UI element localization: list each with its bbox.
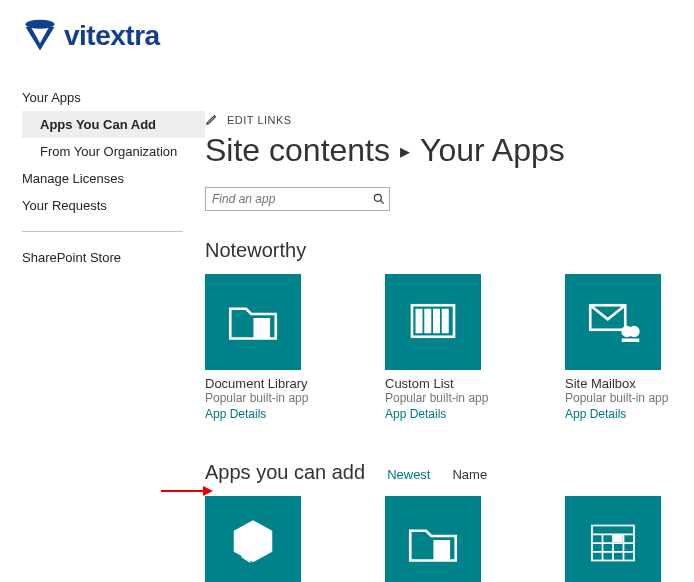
svg-rect-17 <box>615 536 622 541</box>
calendar-icon <box>585 515 641 574</box>
breadcrumb: Site contents ▸ Your Apps <box>205 132 694 169</box>
tile-title: Site Mailbox <box>565 376 685 391</box>
tile-calendar-launch[interactable] <box>565 496 661 582</box>
noteworthy-row: Document Library Popular built-in app Ap… <box>205 274 694 421</box>
sidebar-item-your-apps[interactable]: Your Apps <box>22 84 205 111</box>
edit-links-label: EDIT LINKS <box>227 114 292 126</box>
brand-mark-icon <box>22 18 58 54</box>
tile-vitextra-short-url-launch[interactable] <box>205 496 301 582</box>
tile-site-mailbox: Site Mailbox Popular built-in app App De… <box>565 274 685 421</box>
tile-subtitle: Popular built-in app <box>385 391 505 405</box>
tile-document-library-launch[interactable] <box>205 274 301 370</box>
can-add-row: Vitextra Short Url App Details Document … <box>205 496 694 582</box>
svg-rect-3 <box>416 308 423 333</box>
tile-custom-list-launch[interactable] <box>385 274 481 370</box>
columns-icon <box>405 293 461 352</box>
sidebar-nav: Your Apps Apps You Can Add From Your Org… <box>0 84 205 582</box>
svg-rect-5 <box>433 308 440 333</box>
search-input[interactable] <box>206 188 369 210</box>
sort-name-link[interactable]: Name <box>452 467 487 482</box>
section-noteworthy-title: Noteworthy <box>205 239 694 262</box>
tile-calendar: Calendar App Details <box>565 496 685 582</box>
section-can-add-title: Apps you can add <box>205 461 365 484</box>
tile-vitextra-short-url: Vitextra Short Url App Details <box>205 496 325 582</box>
tile-custom-list: Custom List Popular built-in app App Det… <box>385 274 505 421</box>
brand-logo: vitextra <box>0 0 694 84</box>
sidebar-item-your-requests[interactable]: Your Requests <box>22 192 205 219</box>
app-details-link[interactable]: App Details <box>385 407 505 421</box>
sidebar-item-from-your-org[interactable]: From Your Organization <box>22 138 205 165</box>
tile-document-library-2: Document Library App Details <box>385 496 505 582</box>
mailbox-icon <box>585 293 641 352</box>
section-can-add-header: Apps you can add Newest Name <box>205 461 694 484</box>
tile-subtitle: Popular built-in app <box>565 391 685 405</box>
breadcrumb-current: Your Apps <box>420 132 565 169</box>
brand-name: vitextra <box>64 20 160 52</box>
edit-links-button[interactable]: EDIT LINKS <box>205 112 694 128</box>
sidebar-item-apps-you-can-add[interactable]: Apps You Can Add <box>22 111 205 138</box>
app-details-link[interactable]: App Details <box>205 407 325 421</box>
search-box[interactable] <box>205 187 390 211</box>
sort-newest-link[interactable]: Newest <box>387 467 430 482</box>
sidebar-divider <box>22 231 183 232</box>
sidebar-item-manage-licenses[interactable]: Manage Licenses <box>22 165 205 192</box>
svg-point-1 <box>374 194 381 201</box>
chevron-right-icon: ▸ <box>400 139 410 163</box>
pencil-icon <box>205 112 219 128</box>
svg-rect-4 <box>424 308 431 333</box>
svg-point-9 <box>630 327 639 336</box>
tile-site-mailbox-launch[interactable] <box>565 274 661 370</box>
tile-title: Document Library <box>205 376 325 391</box>
tile-document-library: Document Library Popular built-in app Ap… <box>205 274 325 421</box>
app-details-link[interactable]: App Details <box>565 407 685 421</box>
sidebar-item-sharepoint-store[interactable]: SharePoint Store <box>22 244 205 271</box>
search-icon[interactable] <box>369 192 389 206</box>
folder-doc-icon <box>405 515 461 574</box>
main-content: EDIT LINKS Site contents ▸ Your Apps Not… <box>205 84 694 582</box>
tile-document-library-2-launch[interactable] <box>385 496 481 582</box>
folder-doc-icon <box>225 293 281 352</box>
breadcrumb-parent[interactable]: Site contents <box>205 132 390 169</box>
cube-icon <box>225 515 281 574</box>
tile-subtitle: Popular built-in app <box>205 391 325 405</box>
tile-title: Custom List <box>385 376 505 391</box>
svg-rect-6 <box>442 308 449 333</box>
